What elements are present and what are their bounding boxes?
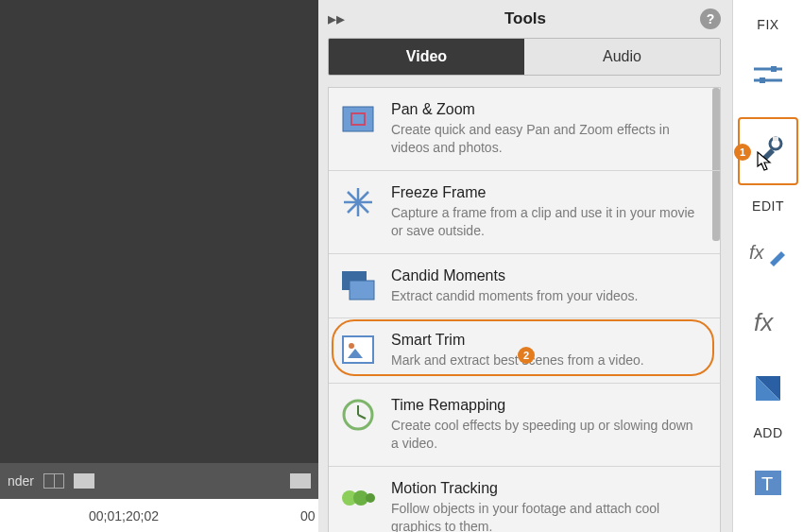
tool-list: Pan & Zoom Create quick and easy Pan and… <box>328 87 721 532</box>
svg-rect-21 <box>773 137 778 141</box>
callout-badge-1: 1 <box>734 144 751 161</box>
sidebar-section-add: ADD <box>753 425 782 440</box>
timecode: 00;01;20;02 <box>89 508 159 523</box>
video-preview <box>0 0 318 463</box>
tools-panel: ▸▸ Tools ? Video Audio Pan & Zoom Create… <box>318 0 732 532</box>
tool-desc: Create quick and easy Pan and Zoom effec… <box>391 121 699 157</box>
tool-motion-tracking[interactable]: Motion Tracking Follow objects in your f… <box>329 467 720 532</box>
render-button[interactable]: nder <box>8 473 34 489</box>
sidebar-section-fix: FIX <box>757 17 778 32</box>
adjust-sliders-icon[interactable] <box>744 51 792 98</box>
pan-zoom-icon <box>340 101 376 137</box>
snowflake-icon <box>340 184 376 220</box>
svg-rect-17 <box>771 66 777 72</box>
fullscreen-icon[interactable] <box>290 473 311 489</box>
svg-text:fx: fx <box>754 308 774 336</box>
svg-point-15 <box>366 493 375 503</box>
svg-text:T: T <box>761 473 773 494</box>
tool-title: Candid Moments <box>391 267 699 284</box>
tool-title: Time Remapping <box>391 397 699 414</box>
panel-title: Tools <box>504 9 546 28</box>
blue-square-icon[interactable] <box>744 365 792 412</box>
timecode-partial: 00 <box>300 508 316 523</box>
svg-rect-7 <box>350 281 374 300</box>
svg-rect-19 <box>760 77 765 83</box>
fx-pencil-icon[interactable]: fx <box>744 232 792 280</box>
photos-icon <box>340 267 376 303</box>
playback-bar: nder <box>0 463 318 499</box>
cursor-icon <box>757 151 774 172</box>
svg-line-12 <box>358 415 366 419</box>
stop-icon[interactable] <box>74 473 94 489</box>
tool-title: Freeze Frame <box>391 184 699 201</box>
clock-icon <box>340 397 376 433</box>
tool-freeze-frame[interactable]: Freeze Frame Capture a frame from a clip… <box>329 171 720 254</box>
svg-rect-0 <box>343 107 373 131</box>
tool-title: Pan & Zoom <box>391 101 699 118</box>
tool-smart-trim[interactable]: 2 Smart Trim Mark and extract best scene… <box>329 318 720 384</box>
collapse-icon[interactable]: ▸▸ <box>328 9 345 29</box>
tool-title: Motion Tracking <box>391 480 699 497</box>
tool-pan-zoom[interactable]: Pan & Zoom Create quick and easy Pan and… <box>329 88 720 171</box>
fx-icon[interactable]: fx <box>744 299 792 346</box>
timeline-ruler: 00;01;20;02 00 <box>0 499 318 532</box>
sidebar-section-edit: EDIT <box>752 198 784 214</box>
tools-button[interactable]: 1 <box>738 117 798 185</box>
tab-video[interactable]: Video <box>329 39 524 75</box>
tool-candid-moments[interactable]: Candid Moments Extract candid moments fr… <box>329 254 720 319</box>
motion-icon <box>340 480 376 516</box>
tool-desc: Extract candid moments from your videos. <box>391 287 699 305</box>
tools-tabs: Video Audio <box>328 38 721 76</box>
tab-audio[interactable]: Audio <box>524 39 720 75</box>
svg-text:fx: fx <box>749 242 765 263</box>
text-icon[interactable]: T <box>744 459 792 506</box>
help-icon[interactable]: ? <box>700 9 721 29</box>
tool-desc: Create cool effects by speeding up or sl… <box>391 417 699 453</box>
right-sidebar: FIX 1 EDIT fx fx ADD T <box>732 0 803 532</box>
tool-desc: Capture a frame from a clip and use it i… <box>391 204 699 240</box>
panel-header: ▸▸ Tools ? <box>318 0 732 38</box>
tool-desc: Follow objects in your footage and attac… <box>391 500 699 532</box>
split-view-icon[interactable] <box>43 473 64 489</box>
tool-time-remapping[interactable]: Time Remapping Create cool effects by sp… <box>329 384 720 467</box>
